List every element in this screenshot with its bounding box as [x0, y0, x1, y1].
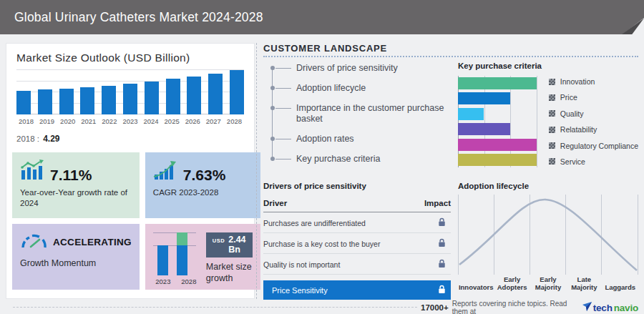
bar-row: [458, 108, 537, 120]
lock-icon: [432, 259, 451, 270]
bar-growth-icon: [20, 160, 44, 182]
bar: [166, 79, 180, 114]
technavio-logo-icon: [582, 301, 592, 314]
footer-dashed-line: [13, 307, 417, 308]
adoption-lifecycle-section: Adoption lifecycle InnovatorsEarly Adopt…: [458, 182, 638, 292]
driver-cell: Quality is not important: [263, 260, 340, 269]
base-year-value: 4.29: [43, 134, 59, 144]
adoption-lifecycle-title: Adoption lifecycle: [458, 182, 638, 190]
lock-icon: [432, 217, 451, 228]
driver-column-header: Driver: [263, 199, 287, 207]
speedometer-icon: [20, 231, 47, 252]
x-tick-label: 2019: [37, 117, 57, 125]
customer-landscape-title: CUSTOMER LANDSCAPE: [263, 43, 387, 54]
table-row: Quality is not important: [263, 254, 451, 275]
bar: [123, 84, 137, 114]
key-purchase-criteria-section: Key purchase criteria InnovationPriceQua…: [458, 62, 638, 167]
base-segment: [177, 245, 187, 275]
market-size-growth-label: Market size growth: [206, 262, 253, 284]
market-size-growth-card: 20232028 USD 2.44 Bn Market size growth: [145, 224, 260, 290]
customer-landscape-item: Adoption lifecycle: [266, 83, 449, 94]
x-tick-label: 2028: [225, 117, 244, 125]
impact-column-header: Impact: [424, 199, 451, 207]
report-count: 17000+: [421, 303, 449, 312]
legend-label: Price: [560, 93, 577, 102]
table-row: Purchases are undifferentiated: [263, 212, 451, 233]
momentum-label: Growth Momentum: [20, 257, 132, 269]
bar: [102, 86, 116, 114]
cagr-value: 7.63%: [183, 167, 226, 182]
base-year-label: 2018 :: [16, 134, 39, 143]
legend-item: Service: [549, 157, 638, 166]
driver-cell: Purchases are undifferentiated: [263, 219, 366, 227]
page-title: Global Urinary Catheters Market 2024-202…: [14, 0, 263, 34]
technavio-logo[interactable]: tech navio: [582, 301, 638, 314]
legend-label: Quality: [560, 109, 584, 118]
x-tick-label: 2024: [142, 117, 161, 125]
trend-up-icon: [153, 160, 177, 182]
market-outlook-panel: Market Size Outlook (USD Billion) 201820…: [6, 43, 255, 299]
footer-text: Reports covering niche topics. Read them…: [452, 300, 579, 314]
technavio-logo-navio: navio: [614, 303, 638, 313]
price-sensitivity-section: Drivers of price sensitivity Driver Impa…: [263, 182, 451, 300]
dotted-underline: [263, 56, 638, 57]
x-tick-label: 2020: [58, 117, 77, 125]
bar: [38, 89, 52, 114]
lifecycle-stage-label: Early Majority: [530, 276, 566, 292]
market-outlook-title: Market Size Outlook (USD Billion): [16, 51, 244, 64]
x-tick-label: 2023: [155, 278, 172, 285]
legend-item: Price: [549, 93, 638, 102]
key-purchase-criteria-chart: [458, 76, 537, 167]
legend-item: Innovation: [549, 77, 638, 86]
legend-marker-icon: [549, 142, 555, 149]
x-tick-label: 2021: [79, 117, 98, 125]
bar: [16, 91, 31, 114]
bar: [145, 82, 159, 114]
bar: [177, 232, 187, 275]
growth-momentum-card: ACCELERATING Growth Momentum: [12, 224, 140, 290]
legend-label: Regulatory Compliance: [560, 142, 638, 150]
bar: [458, 77, 537, 89]
bar: [458, 139, 537, 151]
driver-cell: Purchase is a key cost to the buyer: [263, 240, 380, 248]
bar: [458, 108, 484, 120]
key-purchase-criteria-legend: InnovationPriceQualityRelatabilityRegula…: [549, 76, 638, 167]
key-purchase-criteria-title: Key purchase criteria: [458, 62, 638, 70]
market-size-bar-chart: 2018201920202021202220232024202520262027…: [16, 70, 244, 125]
lifecycle-stage-label: Early Adopters: [494, 276, 530, 292]
bar-row: [458, 77, 537, 89]
bar-row: [458, 92, 537, 104]
x-tick-label: 2027: [204, 117, 223, 125]
growth-amount: 2.44 Bn: [228, 235, 245, 255]
usd-value-badge: USD 2.44 Bn: [206, 232, 253, 257]
legend-item: Relatability: [549, 125, 638, 134]
lifecycle-stage-label: Late Majority: [566, 276, 602, 292]
x-tick-label: 2026: [183, 117, 203, 125]
x-tick-label: 2018: [16, 117, 36, 125]
legend-marker-icon: [549, 158, 555, 165]
customer-landscape-item: Key purchase criteria: [266, 154, 449, 165]
legend-marker-icon: [549, 94, 555, 101]
x-tick-label: 2028: [180, 278, 197, 285]
cagr-label: CAGR 2023-2028: [153, 187, 253, 198]
bar: [208, 74, 223, 114]
momentum-value: ACCELERATING: [53, 237, 132, 247]
bar-series: [153, 232, 199, 275]
drivers-table-rows: Purchases are undifferentiatedPurchase i…: [263, 212, 451, 275]
gridline: [537, 76, 537, 167]
market-size-plot: [16, 70, 244, 114]
bar: [59, 89, 74, 114]
adoption-lifecycle-labels: InnovatorsEarly AdoptersEarly MajorityLa…: [458, 276, 638, 292]
lock-icon: [432, 285, 451, 295]
bar: [458, 92, 510, 104]
bar-row: [458, 123, 537, 135]
footer: 17000+ Reports covering niche topics. Re…: [421, 300, 638, 314]
mini-growth-chart: 20232028: [153, 231, 199, 283]
vertical-dashed-divider: [256, 43, 257, 299]
x-tick-label: 2023: [120, 117, 140, 125]
table-row: Purchase is a key cost to the buyer: [263, 233, 451, 254]
yoy-growth-card: 7.11% Year-over-Year growth rate of 2024: [12, 152, 140, 218]
bar-row: [458, 154, 537, 166]
customer-landscape-item: Importance in the customer purchase bask…: [266, 103, 449, 124]
bar: [230, 70, 244, 114]
